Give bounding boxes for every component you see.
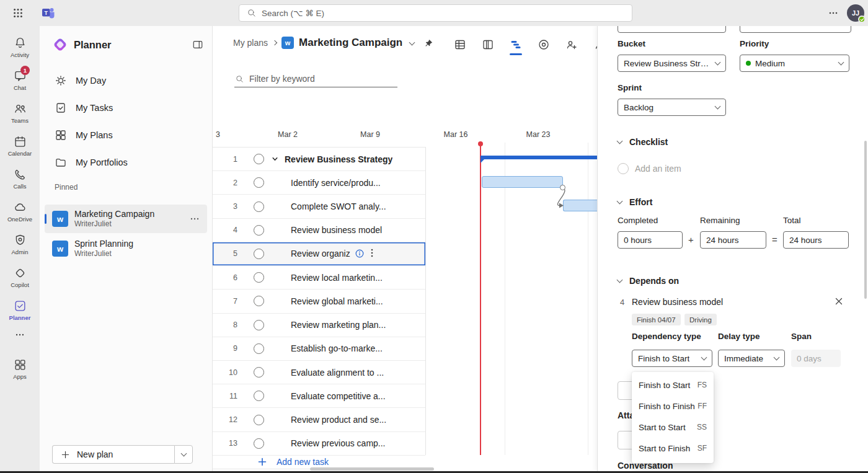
- folder-icon: [55, 156, 67, 169]
- task-row-12[interactable]: 12 Review product and se...: [213, 408, 425, 431]
- charts-view-icon[interactable]: [538, 38, 550, 51]
- sidebar-item-my-day[interactable]: My Day: [47, 67, 205, 94]
- task-row-8[interactable]: 8 Review marketing plan...: [213, 314, 425, 337]
- task-row-11[interactable]: 11 Evaluate competitive a...: [213, 384, 425, 408]
- menu-item-start-to-finish[interactable]: Start to Finish SF: [632, 438, 714, 459]
- chevron-down-icon: [617, 198, 623, 205]
- remove-dependency-icon[interactable]: [835, 297, 843, 306]
- rail-item-copilot[interactable]: Copilot: [0, 261, 40, 294]
- chat-badge: 1: [20, 66, 30, 75]
- info-icon[interactable]: [355, 249, 364, 258]
- checklist-section-header[interactable]: Checklist: [618, 137, 668, 147]
- bucket-dropdown[interactable]: Review Business Stra...: [618, 55, 726, 72]
- more-options-button[interactable]: [828, 8, 838, 18]
- rail-item-calls[interactable]: Calls: [0, 162, 40, 195]
- sidebar-item-my-portfolios[interactable]: My Portfolios: [47, 149, 205, 176]
- pinned-plan-marketing-campaign[interactable]: w Marketing Campaign WriterJuliet: [45, 205, 207, 233]
- task-complete-circle[interactable]: [254, 272, 264, 283]
- completed-label: Completed: [618, 216, 658, 225]
- task-complete-circle[interactable]: [254, 367, 264, 378]
- task-row-9[interactable]: 9 Establish go-to-marke...: [213, 337, 425, 361]
- menu-item-start-to-start[interactable]: Start to Start SS: [632, 417, 714, 438]
- task-row-1[interactable]: 1 Review Business Strategy: [213, 148, 425, 171]
- task-complete-circle[interactable]: [254, 249, 264, 259]
- board-view-icon[interactable]: [482, 38, 494, 51]
- task-complete-circle[interactable]: [254, 391, 264, 401]
- rail-item-chat[interactable]: 1 Chat: [0, 64, 40, 97]
- remaining-input[interactable]: 24 hours: [700, 231, 766, 249]
- planner-logo-icon: [52, 37, 68, 53]
- checklist-add-item[interactable]: Add an item: [618, 163, 681, 174]
- breadcrumb-my-plans-link[interactable]: My plans: [233, 38, 268, 48]
- task-complete-circle[interactable]: [254, 177, 264, 188]
- priority-label: Priority: [740, 39, 769, 48]
- delay-type-label: Delay type: [718, 332, 760, 341]
- task-more-menu-icon[interactable]: [368, 248, 376, 258]
- more-icon: [190, 214, 200, 224]
- rail-item-planner[interactable]: Planner: [0, 294, 40, 327]
- task-row-7[interactable]: 7 Review global marketi...: [213, 290, 425, 313]
- priority-dropdown[interactable]: Medium: [740, 55, 849, 72]
- plan-menu-chevron-icon[interactable]: [409, 39, 415, 45]
- rail-item-teams[interactable]: Teams: [0, 97, 40, 130]
- dependency-type-menu: Finish to Start FS Finish to Finish FF S…: [632, 372, 714, 463]
- gantt-summary-bar-task-1[interactable]: [480, 156, 597, 159]
- cutoff-field[interactable]: [618, 26, 726, 33]
- rail-item-calendar[interactable]: Calendar: [0, 130, 40, 162]
- task-complete-circle[interactable]: [254, 154, 264, 164]
- sidebar-item-my-tasks[interactable]: My Tasks: [47, 94, 205, 122]
- dependency-type-dropdown[interactable]: Finish to Start: [632, 350, 712, 367]
- rail-more-button[interactable]: [0, 327, 40, 343]
- grid-view-icon[interactable]: [454, 38, 466, 51]
- rail-item-apps[interactable]: Apps: [0, 353, 40, 386]
- pinned-plan-sprint-planning[interactable]: w Sprint Planning WriterJuliet: [45, 234, 207, 263]
- task-complete-circle[interactable]: [254, 343, 264, 354]
- task-complete-circle[interactable]: [254, 296, 264, 306]
- sprint-dropdown[interactable]: Backlog: [618, 99, 726, 116]
- rail-item-onedrive[interactable]: OneDrive: [0, 195, 40, 228]
- task-row-5-selected[interactable]: 5 Review organiz: [213, 242, 425, 266]
- plan-title: Marketing Campaign: [299, 37, 402, 49]
- task-complete-circle[interactable]: [254, 320, 264, 330]
- search-placeholder: Search (⌥ ⌘ E): [262, 8, 324, 18]
- new-plan-dropdown-button[interactable]: [174, 445, 193, 464]
- rail-item-admin[interactable]: Admin: [0, 228, 40, 261]
- timeline-view-icon[interactable]: [510, 38, 522, 51]
- task-row-10[interactable]: 10 Evaluate alignment to ...: [213, 361, 425, 384]
- teams-logo-icon[interactable]: T: [41, 6, 56, 20]
- completed-input[interactable]: 0 hours: [618, 231, 683, 249]
- menu-item-finish-to-start[interactable]: Finish to Start FS: [632, 374, 714, 396]
- depends-on-section-header[interactable]: Depends on: [618, 276, 679, 286]
- avatar[interactable]: JJ: [847, 4, 864, 22]
- delay-type-dropdown[interactable]: Immediate: [718, 350, 785, 367]
- task-row-6[interactable]: 6 Review local marketin...: [213, 266, 425, 290]
- chevron-down-icon: [617, 277, 623, 283]
- task-row-2[interactable]: 2 Identify service/produ...: [213, 171, 425, 195]
- cutoff-field[interactable]: [740, 26, 851, 33]
- task-row-4[interactable]: 4 Review business model: [213, 219, 425, 242]
- task-row-3[interactable]: 3 Complete SWOT analy...: [213, 195, 425, 218]
- pin-icon[interactable]: [424, 38, 433, 48]
- task-complete-circle[interactable]: [254, 438, 264, 449]
- task-row-13[interactable]: 13 Review previous camp...: [213, 432, 425, 456]
- sidebar-item-my-plans[interactable]: My Plans: [47, 122, 205, 149]
- rail-item-activity[interactable]: Activity: [0, 31, 40, 64]
- horizontal-scrollbar[interactable]: [310, 467, 434, 471]
- menu-item-finish-to-finish[interactable]: Finish to Finish FF: [632, 396, 714, 417]
- people-view-icon[interactable]: [565, 38, 578, 51]
- total-input[interactable]: 24 hours: [783, 231, 849, 249]
- effort-section-header[interactable]: Effort: [618, 197, 652, 207]
- dependency-handle[interactable]: [560, 185, 565, 190]
- waffle-menu-button[interactable]: [13, 8, 23, 18]
- task-complete-circle[interactable]: [254, 225, 264, 236]
- task-complete-circle[interactable]: [254, 201, 264, 212]
- task-complete-circle[interactable]: [254, 415, 264, 425]
- panel-scrollbar[interactable]: [864, 141, 867, 299]
- new-plan-button[interactable]: New plan: [52, 445, 174, 464]
- plan-more-button[interactable]: [190, 214, 200, 224]
- collapse-chevron-icon[interactable]: [272, 156, 278, 162]
- phone-icon: [14, 168, 27, 181]
- search-input[interactable]: Search (⌥ ⌘ E): [239, 4, 632, 22]
- collapse-sidebar-icon[interactable]: [192, 39, 203, 50]
- filter-input[interactable]: Filter by keyword: [234, 71, 397, 87]
